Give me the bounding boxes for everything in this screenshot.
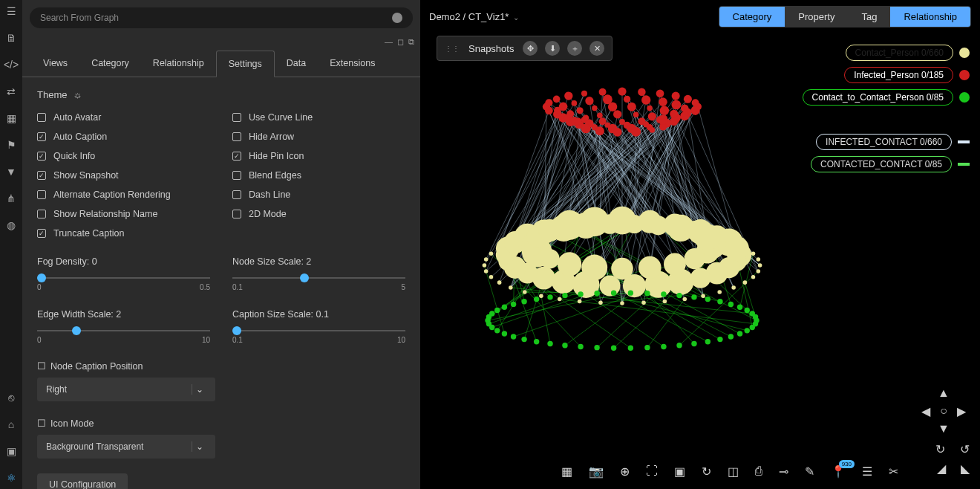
nav-pad: ▲ ◀○▶ ▼ <box>918 385 970 437</box>
svg-point-225 <box>638 88 646 97</box>
check-truncate-caption[interactable]: Truncate Caption <box>37 228 210 239</box>
key-icon[interactable]: ⊸ <box>779 464 788 479</box>
mode-tag[interactable]: Tag <box>848 7 890 27</box>
breadcrumb[interactable]: Demo2 / CT_Viz1*⌄ <box>429 11 519 22</box>
svg-point-249 <box>671 100 681 110</box>
svg-point-395 <box>502 331 507 336</box>
checkbox-icon <box>232 210 241 218</box>
svg-point-300 <box>509 285 513 290</box>
ui-configuration-button[interactable]: UI Configuration <box>37 473 128 489</box>
tab-category[interactable]: Category <box>79 51 141 77</box>
check-hide-pin-icon[interactable]: Hide Pin Icon <box>232 151 405 161</box>
svg-point-226 <box>656 89 664 97</box>
search-placeholder: Search From Graph <box>40 13 119 23</box>
bottom-toolbar: ▦ 📷 ⊕ ⛶ ▣ ↻ ◫ ⎙ ⊸ ✎ 📍930 ☰ ✂ <box>569 464 891 479</box>
svg-point-275 <box>581 123 591 133</box>
fit-icon[interactable]: ⛶ <box>646 464 658 479</box>
nav-center-icon[interactable]: ○ <box>935 403 952 419</box>
rotate-right-icon[interactable]: ↺ <box>960 442 970 456</box>
tab-views[interactable]: Views <box>31 51 79 77</box>
mode-property[interactable]: Property <box>785 7 848 27</box>
legend-edge[interactable]: INFECTED_CONTACT 0/660 <box>816 134 970 150</box>
select-tool-icon[interactable]: ▦ <box>561 464 572 479</box>
nav-left-icon[interactable]: ◀ <box>918 403 934 419</box>
swap-icon[interactable]: ⇄ <box>4 85 18 98</box>
clear-search-icon[interactable]: ✕ <box>392 13 402 23</box>
tilt-up-icon[interactable]: ◢ <box>937 462 946 476</box>
check-dash-line[interactable]: Dash Line <box>232 190 405 200</box>
menu-icon[interactable]: ☰ <box>4 4 18 18</box>
svg-point-419 <box>728 302 734 307</box>
globe-icon[interactable]: ◍ <box>4 218 18 232</box>
list-icon[interactable]: ☰ <box>862 464 872 479</box>
legend-node[interactable]: Infected_Person 0/185 <box>844 67 970 83</box>
target-icon[interactable]: ⊕ <box>620 464 630 479</box>
nav-down-icon[interactable]: ▼ <box>935 421 952 437</box>
mode-relationship[interactable]: Relationship <box>890 7 970 27</box>
theme-gear-icon[interactable]: ☼ <box>73 89 82 100</box>
graph-canvas[interactable]: Demo2 / CT_Viz1*⌄ Category Property Tag … <box>420 0 980 489</box>
image-icon[interactable]: ▣ <box>674 464 685 479</box>
check-alternate-caption-rendering[interactable]: Alternate Caption Rendering <box>37 190 210 200</box>
node-size-slider[interactable] <box>232 277 405 279</box>
check-show-snapshot[interactable]: Show Snapshot <box>37 170 210 181</box>
grid-icon[interactable]: ▦ <box>4 111 18 125</box>
tab-extensions[interactable]: Extensions <box>318 51 387 77</box>
cube-icon[interactable]: ◫ <box>728 464 739 479</box>
svg-point-221 <box>564 91 572 100</box>
svg-point-295 <box>598 301 603 305</box>
maximize-icon[interactable]: ⧉ <box>408 37 414 47</box>
check-auto-avatar[interactable]: Auto Avatar <box>37 112 210 123</box>
check-quick-info[interactable]: Quick Info <box>37 151 210 161</box>
svg-point-394 <box>511 334 516 339</box>
tab-data[interactable]: Data <box>275 51 318 77</box>
graph-icon[interactable]: ⚛ <box>4 471 18 485</box>
code-icon[interactable]: </> <box>4 58 18 71</box>
svg-point-305 <box>484 257 489 262</box>
exit-icon[interactable]: ⎋ <box>4 391 18 404</box>
node-caption-position-select[interactable]: Right ⌄ <box>37 378 215 401</box>
edge-width-slider[interactable] <box>37 330 210 331</box>
search-input[interactable]: Search From Graph ✕ <box>30 7 413 28</box>
tree-icon[interactable]: ⚑ <box>4 138 18 152</box>
svg-point-386 <box>628 346 633 351</box>
check-2d-mode[interactable]: 2D Mode <box>232 209 405 219</box>
tab-relationship[interactable]: Relationship <box>141 51 216 77</box>
minimize-icon[interactable]: — <box>385 37 393 47</box>
home-icon[interactable]: ⌂ <box>4 418 18 431</box>
check-hide-arrow[interactable]: Hide Arrow <box>232 132 405 142</box>
checkbox-icon <box>37 210 46 218</box>
pin-icon[interactable]: 📍930 <box>831 464 846 479</box>
check-blend-edges[interactable]: Blend Edges <box>232 170 405 181</box>
apps-icon[interactable]: ▣ <box>4 444 18 458</box>
tilt-down-icon[interactable]: ◣ <box>961 462 970 476</box>
check-auto-caption[interactable]: Auto Caption <box>37 132 210 142</box>
graph-visualization[interactable] <box>450 45 794 389</box>
filter-icon[interactable]: ▼ <box>4 165 18 178</box>
nav-right-icon[interactable]: ▶ <box>953 403 970 419</box>
link-icon: ☐ <box>37 360 46 372</box>
tab-settings[interactable]: Settings <box>216 51 275 77</box>
legend-edge[interactable]: CONTACTED_CONTACT 0/85 <box>811 156 970 172</box>
check-show-relationship-name[interactable]: Show Relationship Name <box>37 209 210 219</box>
rotate-left-icon[interactable]: ↻ <box>935 442 945 456</box>
camera-icon[interactable]: 📷 <box>589 464 604 479</box>
mode-category[interactable]: Category <box>719 7 785 27</box>
layer-icon[interactable]: ⎙ <box>755 464 762 479</box>
cut-icon[interactable]: ✂ <box>889 464 898 479</box>
svg-point-369 <box>608 207 636 235</box>
refresh-icon[interactable]: ↻ <box>702 464 711 479</box>
icon-mode-select[interactable]: Background Transparent ⌄ <box>37 435 215 459</box>
nodes-icon[interactable]: ⋔ <box>4 192 18 205</box>
check-use-curve-line[interactable]: Use Curve Line <box>232 112 405 123</box>
legend-node[interactable]: Contact_to_Contact_Person 0/85 <box>803 89 970 106</box>
fog-slider[interactable] <box>37 277 210 279</box>
caption-size-slider[interactable] <box>232 330 405 331</box>
legend-dot-icon <box>959 92 970 103</box>
brush-icon[interactable]: ✎ <box>805 464 814 479</box>
nav-up-icon[interactable]: ▲ <box>935 385 952 401</box>
restore-icon[interactable]: ◻ <box>397 37 404 47</box>
file-icon[interactable]: 🗎 <box>4 31 18 45</box>
window-controls: — ◻ ⧉ <box>385 37 414 47</box>
legend-node[interactable]: Contact_Person 0/660 <box>846 45 970 61</box>
